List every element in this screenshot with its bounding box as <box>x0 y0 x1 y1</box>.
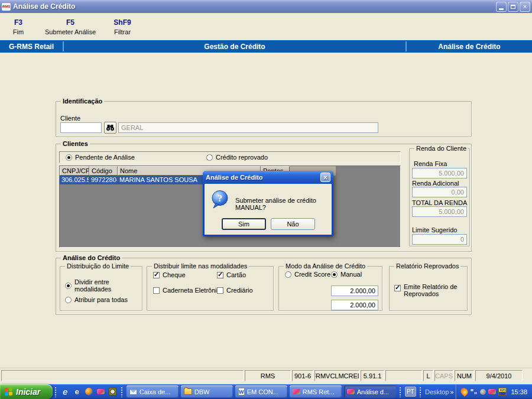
group-analise-title: Análise do Crédito <box>61 254 122 261</box>
radio-atribuir-label: Atribuir para todas <box>74 296 128 303</box>
minimize-button[interactable] <box>496 2 507 12</box>
dialog-close-button[interactable]: × <box>320 173 330 182</box>
checkbox-crediario[interactable]: Crediário <box>217 287 253 294</box>
outlook-icon[interactable]: e <box>73 387 82 396</box>
media-player-icon[interactable] <box>85 387 93 396</box>
mail-icon <box>129 389 137 395</box>
checkbox-crediario-label: Crediário <box>226 287 253 294</box>
minimize-icon <box>499 8 504 10</box>
rms-icon[interactable] <box>96 387 105 396</box>
language-indicator[interactable]: PT <box>405 387 416 397</box>
limite-total-input[interactable]: 2.000,00 <box>331 286 378 296</box>
taskbar-task-analise[interactable]: Análise d... <box>344 385 396 398</box>
column-cnpj-cpf[interactable]: CNPJ/CPF <box>60 166 89 176</box>
folder-icon <box>184 388 192 395</box>
group-modalidades: Distribuir limite nas modalidades Cheque… <box>147 266 274 311</box>
chevron-icon[interactable]: » <box>450 388 453 395</box>
checkbox-cheque[interactable]: Cheque <box>153 271 186 278</box>
group-relatorio-title: Relatório Reprovados <box>394 262 460 270</box>
status-version: 5.91.1 <box>361 370 384 381</box>
group-modo-analise: Modo da Análise de Crédito Credit Score … <box>278 266 382 311</box>
taskbar-task-dbw[interactable]: DBW <box>181 385 233 398</box>
rms-tray-icon[interactable] <box>488 389 496 394</box>
breadcrumb-bar: G-RMS Retail Gestão de Crédito Análise d… <box>0 40 532 53</box>
toolbar-item-submeter-analise[interactable]: F5 Submeter Análise <box>37 13 104 40</box>
checkbox-cartao-label: Cartão <box>226 271 246 278</box>
checkbox-caderneta-icon <box>153 287 160 294</box>
checkbox-cheque-icon <box>153 272 160 278</box>
radio-manual[interactable]: Manual <box>331 271 362 278</box>
cliente-desc-field: GERAL <box>118 122 378 133</box>
restore-icon <box>511 5 515 9</box>
radio-reprovado-label: Crédito reprovado <box>216 154 268 161</box>
rms-app-icon: RMS <box>2 3 11 11</box>
limite-mensal-input[interactable]: 2.000,00 <box>331 300 378 310</box>
radio-atribuir-todas[interactable]: Atribuir para todas <box>65 296 128 303</box>
flame-icon[interactable] <box>459 387 469 397</box>
hotkey-shf9: ShF9 <box>113 18 131 27</box>
scheduler-icon[interactable] <box>108 387 117 396</box>
taskbar-task-em-con[interactable]: W EM CON... <box>235 385 287 398</box>
restore-button[interactable] <box>508 2 518 12</box>
x3d-icon[interactable]: X213D <box>498 388 507 395</box>
taskbar-task-rms-ret[interactable]: RMS Ret... <box>290 385 342 398</box>
checkbox-crediario-icon <box>217 287 223 294</box>
close-button[interactable]: × <box>520 2 530 12</box>
question-icon: ? <box>210 190 229 209</box>
toolbar-item-fim[interactable]: F3 Fim <box>0 13 37 40</box>
radio-dividir-modalidades[interactable]: Dividir entre modalidades <box>65 278 142 293</box>
cell-codigo: 9972280-1 <box>89 176 118 184</box>
cliente-code-input[interactable] <box>60 122 102 133</box>
dialog-title: Análise de Crédito <box>206 174 320 181</box>
taskbar-task-caixa[interactable]: Caixa de... <box>126 385 179 398</box>
volume-icon[interactable] <box>480 389 486 395</box>
group-distribuicao-limite: Distribuição do Limite Dividir entre mod… <box>60 266 142 311</box>
network-icon[interactable] <box>470 388 478 395</box>
radio-reprovado-icon <box>206 154 213 161</box>
task-label: RMS Ret... <box>303 388 335 395</box>
window-title: Análise de Crédito <box>13 2 495 11</box>
column-codigo[interactable]: Código <box>89 166 118 176</box>
checkbox-cartao[interactable]: Cartão <box>217 271 246 278</box>
function-key-toolbar: F3 Fim F5 Submeter Análise ShF9 Filtrar <box>0 13 532 40</box>
yes-button[interactable]: Sim <box>222 218 266 230</box>
task-label: DBW <box>194 388 210 395</box>
taskbar: Iniciar e e Caixa de... DBW W EM CON... … <box>0 384 532 399</box>
start-button-label: Iniciar <box>16 387 40 397</box>
total-renda-label: TOTAL DA RENDA <box>412 199 467 206</box>
checkbox-cheque-label: Cheque <box>163 271 186 278</box>
search-client-button[interactable] <box>104 122 116 134</box>
group-modalidades-title: Distribuir limite nas modalidades <box>152 262 249 270</box>
radio-pendente-analise[interactable]: Pendente de Análise <box>66 154 202 161</box>
start-button[interactable]: Iniciar <box>0 384 53 399</box>
group-clientes-title: Clientes <box>61 140 90 147</box>
hotkey-f3: F3 <box>14 18 22 27</box>
total-renda-field: 5.000,00 <box>412 206 467 217</box>
radio-credito-reprovado[interactable]: Crédito reprovado <box>206 154 268 161</box>
rms-icon <box>347 389 355 394</box>
status-bar: RMS 901-6 FRMVCLMCRED 5.91.1 L CAPS NUM … <box>0 368 532 383</box>
no-button[interactable]: Não <box>271 218 315 230</box>
ie-icon[interactable]: e <box>61 387 70 396</box>
dialog-titlebar[interactable]: Análise de Crédito × <box>203 171 333 184</box>
group-renda-title: Renda do Cliente <box>414 145 468 152</box>
svg-text:?: ? <box>218 193 222 203</box>
status-blank-panel2 <box>385 370 422 381</box>
status-code: 901-6 <box>292 370 313 381</box>
status-app: RMS <box>245 370 291 381</box>
window-titlebar[interactable]: RMS Análise de Crédito × <box>0 0 532 13</box>
desktop-screen: { "window": { "title": "Análise de Crédi… <box>0 0 532 399</box>
checkbox-emite-relatorio[interactable]: Emite Relatório de Reprovados <box>394 283 460 297</box>
toolbar-item-filtrar[interactable]: ShF9 Filtrar <box>104 13 141 40</box>
renda-fixa-field: 5.000,00 <box>412 168 467 179</box>
desktop-toolbar-label[interactable]: Desktop <box>425 388 449 395</box>
checkbox-caderneta[interactable]: Caderneta Eletrônica <box>153 287 223 294</box>
radio-pendente-icon <box>66 154 72 161</box>
radio-credit-score[interactable]: Credit Score <box>285 271 330 278</box>
client-filter-panel: Pendente de Análise Crédito reprovado <box>59 151 401 163</box>
quick-launch-bar: e e <box>59 387 119 396</box>
task-label: Caixa de... <box>140 388 171 395</box>
close-icon: × <box>523 4 527 10</box>
limite-sugerido-label: Limite Sugerido <box>412 226 457 233</box>
group-modo-title: Modo da Análise de Crédito <box>284 262 367 270</box>
